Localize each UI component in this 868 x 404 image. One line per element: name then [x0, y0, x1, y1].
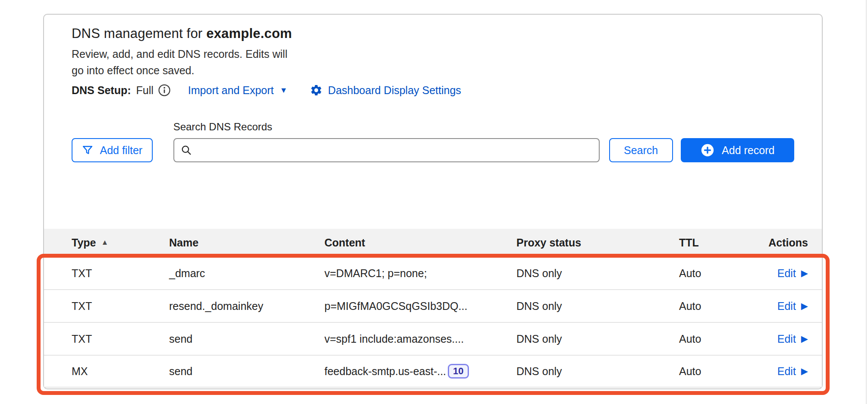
cell-name: _dmarc: [169, 267, 324, 280]
add-filter-label: Add filter: [100, 144, 142, 157]
dns-setup-row: DNS Setup: Full Import and Export ▼ Dash…: [72, 84, 461, 97]
cell-content-text: p=MIGfMA0GCSqGSIb3DQ...: [324, 300, 467, 312]
column-header-proxy-status: Proxy status: [516, 237, 679, 249]
dns-setup-value: Full: [136, 84, 154, 97]
search-button[interactable]: Search: [609, 138, 673, 162]
plus-circle-icon: [700, 143, 715, 158]
column-header-ttl: TTL: [679, 237, 761, 249]
cell-ttl: Auto: [679, 300, 761, 312]
add-filter-button[interactable]: Add filter: [72, 138, 153, 162]
caret-right-icon: ▶: [801, 366, 808, 376]
import-export-label: Import and Export: [188, 84, 274, 97]
page-right-divider: [866, 0, 867, 404]
cell-proxy-status: DNS only: [516, 300, 679, 312]
column-header-type[interactable]: Type ▲: [72, 237, 169, 249]
search-icon: [180, 144, 192, 158]
cell-actions: Edit ▶: [761, 300, 808, 312]
cell-content-text: v=spf1 include:amazonses....: [324, 333, 464, 345]
priority-badge: 10: [448, 364, 469, 379]
page-title-prefix: DNS management for: [72, 26, 206, 41]
table-row: TXT _dmarc v=DMARC1; p=none; DNS only Au…: [44, 256, 822, 289]
search-field-label: Search DNS Records: [173, 121, 600, 133]
page-title: DNS management for example.com: [72, 26, 292, 41]
search-group: Search DNS Records: [173, 121, 600, 162]
domain-name: example.com: [206, 26, 292, 41]
subtitle-line-1: Review, add, and edit DNS records. Edits…: [72, 46, 287, 62]
filter-funnel-icon: [82, 144, 94, 156]
cell-type: TXT: [72, 333, 169, 345]
cell-name: send: [169, 333, 324, 345]
cell-name: send: [169, 365, 324, 378]
column-header-type-label: Type: [72, 237, 96, 249]
edit-record-link[interactable]: Edit ▶: [777, 365, 808, 378]
table-row: MX send feedback-smtp.us-east-... 10 DNS…: [44, 355, 822, 388]
caret-right-icon: ▶: [801, 301, 808, 311]
cell-type: TXT: [72, 300, 169, 312]
caret-right-icon: ▶: [801, 268, 808, 278]
cell-name: resend._domainkey: [169, 300, 324, 312]
info-icon[interactable]: [158, 84, 171, 97]
cell-content: p=MIGfMA0GCSqGSIb3DQ...: [324, 300, 516, 312]
cell-actions: Edit ▶: [761, 365, 808, 378]
dashboard-display-settings-label: Dashboard Display Settings: [328, 84, 461, 97]
cell-actions: Edit ▶: [761, 267, 808, 280]
cell-ttl: Auto: [679, 333, 761, 345]
edit-record-link[interactable]: Edit ▶: [777, 267, 808, 280]
import-export-link[interactable]: Import and Export ▼: [188, 84, 288, 97]
chevron-down-icon: ▼: [280, 86, 288, 95]
records-toolbar: Add filter Search DNS Records Search: [72, 123, 794, 162]
cell-actions: Edit ▶: [761, 333, 808, 345]
cell-ttl: Auto: [679, 267, 761, 280]
cell-proxy-status: DNS only: [516, 333, 679, 345]
table-row: TXT resend._domainkey p=MIGfMA0GCSqGSIb3…: [44, 289, 822, 322]
edit-label: Edit: [777, 267, 796, 280]
add-record-label: Add record: [722, 144, 774, 157]
column-header-actions: Actions: [761, 237, 808, 249]
table-header-row: Type ▲ Name Content Proxy status TTL Act…: [44, 229, 822, 256]
search-input[interactable]: [173, 138, 600, 162]
dashboard-display-settings-link[interactable]: Dashboard Display Settings: [310, 84, 461, 97]
cell-content-text: feedback-smtp.us-east-...: [324, 365, 446, 378]
column-header-name: Name: [169, 237, 324, 249]
sort-ascending-icon: ▲: [101, 238, 109, 247]
edit-record-link[interactable]: Edit ▶: [777, 333, 808, 345]
edit-label: Edit: [777, 365, 796, 378]
gear-icon: [310, 84, 323, 97]
cell-proxy-status: DNS only: [516, 365, 679, 378]
subtitle-line-2: go into effect once saved.: [72, 62, 287, 79]
cell-type: TXT: [72, 267, 169, 280]
dns-setup-label: DNS Setup:: [72, 84, 131, 97]
edit-label: Edit: [777, 333, 796, 345]
edit-record-link[interactable]: Edit ▶: [777, 300, 808, 312]
cell-content: feedback-smtp.us-east-... 10: [324, 364, 516, 379]
search-box: [173, 138, 600, 162]
dns-records-table: Type ▲ Name Content Proxy status TTL Act…: [44, 229, 822, 388]
page-subtitle: Review, add, and edit DNS records. Edits…: [72, 46, 287, 79]
cell-type: MX: [72, 365, 169, 378]
table-row: TXT send v=spf1 include:amazonses.... DN…: [44, 322, 822, 355]
column-header-content: Content: [324, 237, 516, 249]
caret-right-icon: ▶: [801, 334, 808, 344]
cell-content: v=DMARC1; p=none;: [324, 267, 516, 280]
cell-proxy-status: DNS only: [516, 267, 679, 280]
edit-label: Edit: [777, 300, 796, 312]
cell-content: v=spf1 include:amazonses....: [324, 333, 516, 345]
cell-content-text: v=DMARC1; p=none;: [324, 267, 427, 280]
cell-ttl: Auto: [679, 365, 761, 378]
add-record-button[interactable]: Add record: [681, 138, 795, 162]
dns-management-card: DNS management for example.com Review, a…: [43, 14, 823, 389]
